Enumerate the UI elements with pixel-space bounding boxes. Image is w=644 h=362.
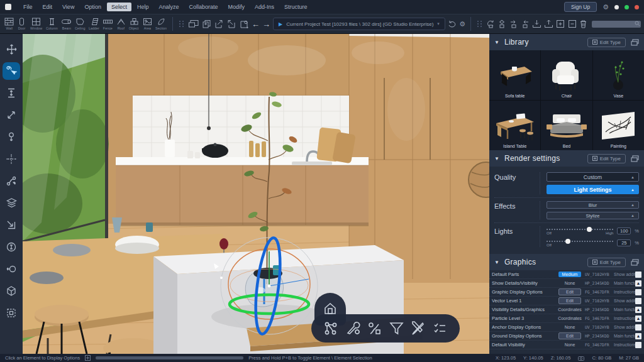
page-settings-icon[interactable]: [239, 18, 249, 30]
graphics-row[interactable]: Show Details/Visibility None HP_2345KDD …: [489, 279, 644, 288]
graphics-checkbox[interactable]: [635, 289, 641, 295]
settings-gear-icon[interactable]: ⚙: [602, 4, 609, 11]
panel-popout-icon[interactable]: [631, 39, 639, 46]
graphics-checkbox[interactable]: ▲: [635, 307, 641, 313]
graphics-row[interactable]: Ground Display Options Edit HP_2345KDD M…: [489, 332, 644, 341]
graphics-value-chip[interactable]: None: [558, 280, 581, 286]
quality-dropdown[interactable]: Custom ▲: [547, 172, 639, 182]
effect-stylize-dropdown[interactable]: Stylize ▲: [547, 212, 639, 219]
graphics-checkbox[interactable]: ▲: [635, 333, 641, 339]
duplicate-icon[interactable]: [202, 18, 211, 30]
sync-rotate-icon[interactable]: [486, 18, 495, 30]
graphics-checkbox[interactable]: [635, 342, 641, 348]
graphics-value-chip[interactable]: Edit: [558, 297, 581, 304]
graphics-row[interactable]: Default Parts Medium UV_7102HYB Show add…: [489, 270, 644, 279]
nudge-tool[interactable]: [3, 150, 20, 168]
tool-beam[interactable]: Beam: [61, 18, 72, 30]
extend-vertical-tool[interactable]: [3, 84, 20, 102]
render-settings-header[interactable]: ▼ Render settings Edit Type: [489, 150, 644, 167]
library-header[interactable]: ▼ Library Edit Type: [489, 34, 644, 50]
tool-ceiling[interactable]: Ceiling: [74, 18, 86, 30]
scale-diagonal-tool[interactable]: [3, 106, 20, 124]
window-dot-close[interactable]: [635, 5, 639, 9]
percent-split-icon[interactable]: [367, 321, 382, 336]
menu-item[interactable]: Add-Ins: [250, 3, 279, 11]
window-dot-maximize[interactable]: [625, 5, 629, 9]
graphics-value-chip[interactable]: Edit: [558, 332, 581, 339]
menu-item[interactable]: Analyze: [154, 3, 183, 11]
menu-item[interactable]: Modify: [224, 3, 250, 11]
slider-value[interactable]: 100: [617, 228, 631, 234]
graphics-value-chip[interactable]: None: [558, 324, 581, 330]
graphics-checkbox[interactable]: ▲: [635, 315, 641, 322]
window-dot-minimize[interactable]: [614, 5, 619, 9]
light-settings-button[interactable]: Light Settings ▲: [547, 185, 639, 194]
tool-wall[interactable]: Wall: [4, 18, 14, 30]
nav-forward-icon[interactable]: →: [262, 19, 270, 29]
tool-area[interactable]: Area: [142, 18, 152, 30]
add-box-icon[interactable]: [556, 18, 565, 30]
light-intensity-slider[interactable]: Off High 100 %: [547, 226, 639, 235]
tool-section[interactable]: Section: [155, 18, 167, 30]
graphics-row[interactable]: Anchor Display Options None UV_7102HYB S…: [489, 323, 644, 332]
move-tool[interactable]: [3, 40, 20, 58]
toolbar-grip[interactable]: [477, 21, 482, 27]
graphics-row[interactable]: Default Visibility None FG_3467DFR Instr…: [489, 341, 644, 349]
graphics-checkbox[interactable]: [635, 272, 641, 278]
project-breadcrumb[interactable]: ▶ Current Project Test [10293 files \ 30…: [273, 18, 445, 30]
tool-ladder[interactable]: Ladder: [88, 18, 100, 30]
filter-icon[interactable]: [389, 321, 404, 336]
graphics-row[interactable]: Graphic Display Options Edit FG_3467DFR …: [489, 288, 644, 297]
send-right-icon[interactable]: [509, 18, 518, 30]
graphics-value-chip[interactable]: Edit: [558, 288, 581, 295]
send-left-icon[interactable]: [521, 18, 530, 30]
tool-window[interactable]: Window: [30, 18, 43, 30]
load-tray-icon[interactable]: [544, 18, 553, 30]
history-tool[interactable]: [3, 260, 20, 278]
library-item-painting[interactable]: Painting: [593, 101, 644, 150]
remove-box-icon[interactable]: [567, 18, 576, 30]
collapse-chevron-icon[interactable]: ▼: [494, 156, 499, 162]
tool-object[interactable]: Object: [128, 18, 139, 30]
collapse-chevron-icon[interactable]: ▼: [494, 40, 499, 45]
node-edit-tool[interactable]: [3, 172, 20, 190]
tool-fence[interactable]: Fence: [103, 18, 113, 30]
snap-corner-tool[interactable]: [3, 216, 20, 234]
library-edit-type-button[interactable]: Edit Type: [587, 38, 626, 47]
graphics-edit-type-button[interactable]: Edit Type: [587, 258, 626, 267]
new-window-icon[interactable]: [188, 18, 199, 30]
library-item-vase[interactable]: Vase: [593, 50, 644, 100]
light-ambient-slider[interactable]: Off 25 %: [547, 238, 639, 247]
viewport-3d[interactable]: [23, 34, 489, 354]
graphics-checkbox[interactable]: [635, 298, 641, 304]
checklist-icon[interactable]: [432, 321, 448, 336]
panel-popout-icon[interactable]: [631, 155, 639, 162]
cube-3d-tool[interactable]: [3, 282, 20, 300]
menu-item[interactable]: File: [19, 3, 37, 11]
graphics-value-chip[interactable]: Medium: [558, 272, 581, 277]
tool-door[interactable]: Door: [16, 18, 26, 30]
menu-item[interactable]: Edit: [38, 3, 57, 11]
marquee-select-tool[interactable]: [3, 304, 20, 322]
render-settings-edit-type-button[interactable]: Edit Type: [587, 154, 626, 163]
tool-column[interactable]: Column: [45, 18, 58, 30]
export-page-icon[interactable]: [214, 18, 224, 30]
info-tool[interactable]: [3, 238, 20, 256]
graphics-checkbox[interactable]: [635, 324, 641, 331]
gear-stack-icon[interactable]: [497, 18, 506, 30]
menu-item[interactable]: Help: [133, 3, 153, 11]
menu-item[interactable]: Structure: [280, 3, 312, 11]
menu-item[interactable]: Select: [107, 3, 131, 11]
toolbar-grip[interactable]: [179, 21, 184, 27]
library-item-sofa-table[interactable]: Sofa table: [489, 50, 540, 100]
graphics-value-chip[interactable]: None: [558, 342, 581, 348]
effect-blur-dropdown[interactable]: Blur ▲: [547, 201, 639, 209]
select-tool[interactable]: [3, 62, 20, 80]
node-graph-icon[interactable]: [323, 321, 339, 336]
project-gear-icon[interactable]: ⚙: [459, 21, 465, 28]
slider-knob[interactable]: [587, 227, 592, 232]
pin-drop-tool[interactable]: [3, 128, 20, 146]
slider-value[interactable]: 25: [617, 239, 631, 246]
undo-icon[interactable]: [448, 18, 457, 30]
wrench-gear-icon[interactable]: [345, 321, 361, 336]
